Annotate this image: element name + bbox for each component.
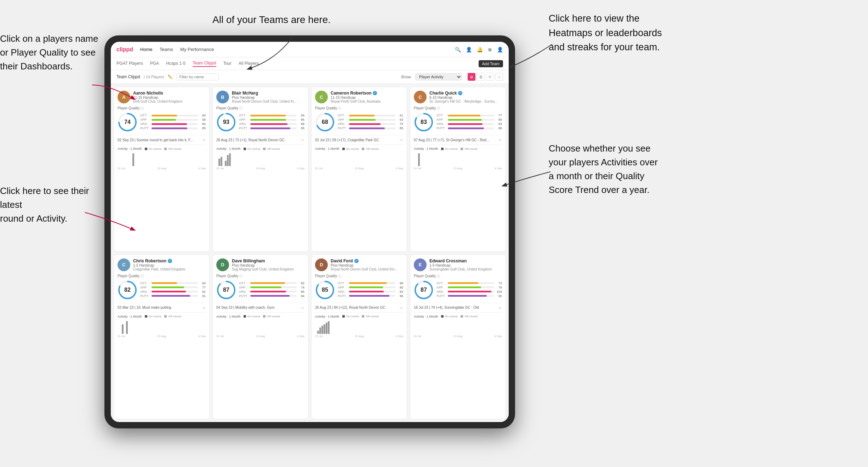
round-arrow: →	[300, 137, 304, 142]
latest-round[interactable]: 02 Jul 23 | 59 (+17), Craigmillar Park G…	[315, 135, 403, 142]
activity-header: Activity · 1 Month On course Off course	[118, 147, 206, 150]
latest-round[interactable]: 02 Sep 23 | Sunrise round to get back in…	[118, 135, 206, 142]
stat-value: 85	[397, 126, 403, 130]
latest-round[interactable]: 04 Sep 23 | Mobility with coach, Gym →	[216, 303, 304, 310]
player-header: D David Ford ✓ Plus Handicap Royal North…	[315, 258, 403, 271]
filter-input[interactable]	[176, 73, 219, 80]
quality-circle[interactable]: 87	[414, 280, 434, 300]
quality-label: Player Quality ⓘ	[414, 106, 502, 111]
quality-circle[interactable]: 68	[315, 112, 335, 132]
tab-team-clippd[interactable]: Team Clippd	[193, 61, 216, 67]
player-avatar[interactable]: A	[118, 91, 130, 103]
stat-label: PUTT	[239, 126, 249, 130]
latest-round[interactable]: 03 Mar 23 | 19, Must make putting →	[118, 303, 206, 310]
player-avatar[interactable]: C	[118, 258, 130, 271]
settings-icon[interactable]: ⊕	[488, 47, 492, 52]
stat-value: 63	[397, 118, 403, 121]
player-grid: A Aaron Nicholls 11-15 Handicap Drift Go…	[111, 84, 509, 422]
player-card[interactable]: D Dave Billingham Plus Handicap Sog Magi…	[212, 255, 308, 420]
quality-circle[interactable]: 85	[315, 280, 335, 300]
player-card[interactable]: D David Ford ✓ Plus Handicap Royal North…	[311, 255, 407, 420]
player-header: C Charlie Quick ✓ 6-10 Handicap St. Geor…	[414, 91, 502, 103]
player-avatar[interactable]: D	[315, 258, 328, 271]
notification-icon[interactable]: 🔔	[477, 47, 483, 52]
quality-circle[interactable]: 82	[118, 280, 137, 300]
player-name[interactable]: Blair McHarg	[232, 91, 304, 96]
player-avatar[interactable]: C	[315, 91, 328, 103]
stat-value: 85	[298, 118, 304, 121]
activity-bar	[225, 161, 227, 166]
player-card[interactable]: B Blair McHarg Plus Handicap Royal North…	[212, 87, 308, 252]
stat-bar	[250, 123, 287, 125]
player-name[interactable]: David Ford ✓	[331, 258, 403, 263]
player-card[interactable]: C Chris Robertson ✓ 1-5 Handicap Craigmi…	[114, 255, 210, 420]
player-name[interactable]: Dave Billingham	[232, 258, 304, 263]
stat-bar-container	[448, 295, 494, 297]
profile-icon[interactable]: 👤	[466, 47, 472, 52]
tab-pga[interactable]: PGA	[150, 61, 159, 67]
stat-value: 60	[199, 281, 206, 285]
stat-bar-container	[448, 119, 494, 121]
stat-value: 79	[496, 286, 502, 289]
player-card[interactable]: E Edward Crossman 1-5 Handicap Sunningda…	[410, 255, 506, 420]
list-view-button[interactable]: ☰	[477, 73, 485, 81]
player-avatar[interactable]: B	[216, 91, 229, 103]
search-icon[interactable]: 🔍	[455, 47, 461, 52]
latest-round[interactable]: 07 Aug 23 | 77 (+7), St George's Hill GC…	[414, 135, 502, 142]
quality-circle[interactable]: 87	[216, 280, 236, 300]
stat-bar-container	[152, 282, 198, 284]
nav-item-my-performance[interactable]: My Performance	[180, 47, 214, 52]
player-avatar[interactable]: E	[414, 258, 427, 271]
player-name[interactable]: Aaron Nicholls	[133, 91, 206, 96]
nav-logo[interactable]: clippd	[116, 46, 133, 53]
stat-value: 89	[397, 281, 403, 285]
quality-circle[interactable]: 74	[118, 112, 137, 132]
filter-view-button[interactable]: ▽	[486, 73, 494, 81]
stat-bar	[349, 127, 385, 129]
grid-view-button[interactable]: ⊞	[468, 73, 475, 81]
player-club: Royal North Devon Golf Club, United Ki..…	[232, 99, 304, 103]
activity-bar	[229, 153, 231, 166]
stat-row: APP 80	[338, 286, 403, 289]
activity-section: Activity · 1 Month On course Off course …	[216, 312, 304, 338]
latest-round[interactable]: 26 Aug 23 | 84 (+12), Royal North Devon …	[315, 303, 403, 310]
player-avatar[interactable]: C	[414, 91, 427, 103]
player-avatar[interactable]: D	[216, 258, 229, 271]
player-name[interactable]: Cameron Robertson ✓	[331, 91, 403, 96]
stat-value: 96	[397, 294, 403, 298]
tab-hcaps[interactable]: Hcaps 1-5	[166, 61, 185, 67]
player-card[interactable]: A Aaron Nicholls 11-15 Handicap Drift Go…	[114, 87, 210, 252]
quality-section: 85 OTT 89 APP 80 ARG 83 PUTT 96	[315, 280, 403, 300]
tab-all-players[interactable]: All Players	[239, 61, 259, 67]
quality-circle[interactable]: 83	[414, 112, 434, 132]
stat-bar-container	[250, 127, 297, 129]
stat-bar	[250, 286, 281, 288]
quality-circle[interactable]: 93	[216, 112, 236, 132]
latest-round[interactable]: 26 Aug 23 | 73 (+1), Royal North Devon G…	[216, 135, 304, 142]
nav-item-teams[interactable]: Teams	[160, 47, 173, 52]
player-card[interactable]: C Cameron Robertson ✓ 11-15 Handicap Roy…	[311, 87, 407, 252]
activity-legend-off: Off course	[461, 147, 478, 150]
tab-pgat[interactable]: PGAT Players	[116, 61, 143, 67]
player-card[interactable]: C Charlie Quick ✓ 6-10 Handicap St. Geor…	[410, 87, 506, 252]
stat-bar-container	[250, 282, 297, 284]
activity-legend-off: Off course	[362, 315, 379, 318]
player-name[interactable]: Charlie Quick ✓	[429, 91, 502, 96]
add-team-button[interactable]: Add Team	[479, 60, 503, 67]
player-name[interactable]: Chris Robertson ✓	[133, 258, 206, 263]
player-name[interactable]: Edward Crossman	[429, 258, 502, 263]
tab-tour[interactable]: Tour	[223, 61, 232, 67]
nav-item-home[interactable]: Home	[140, 47, 153, 52]
edit-icon[interactable]: ✏️	[168, 75, 173, 79]
show-select[interactable]: Player Activity Quality Score Trend	[415, 73, 462, 80]
stat-bar-container	[152, 123, 198, 125]
stat-label: PUTT	[338, 126, 348, 130]
stat-bar	[349, 291, 384, 292]
stats-rows: OTT 84 APP 85 ARG 88 PUTT 95	[239, 114, 304, 131]
sort-view-button[interactable]: ↕	[495, 73, 503, 81]
player-handicap: 11-15 Handicap	[331, 96, 403, 99]
activity-chart	[315, 152, 403, 166]
latest-round[interactable]: 18 Jul 23 | 74 (+4), Sunningdale GC - Ol…	[414, 303, 502, 310]
verified-badge: ✓	[458, 91, 462, 95]
user-avatar-icon[interactable]: 👤	[497, 47, 503, 52]
